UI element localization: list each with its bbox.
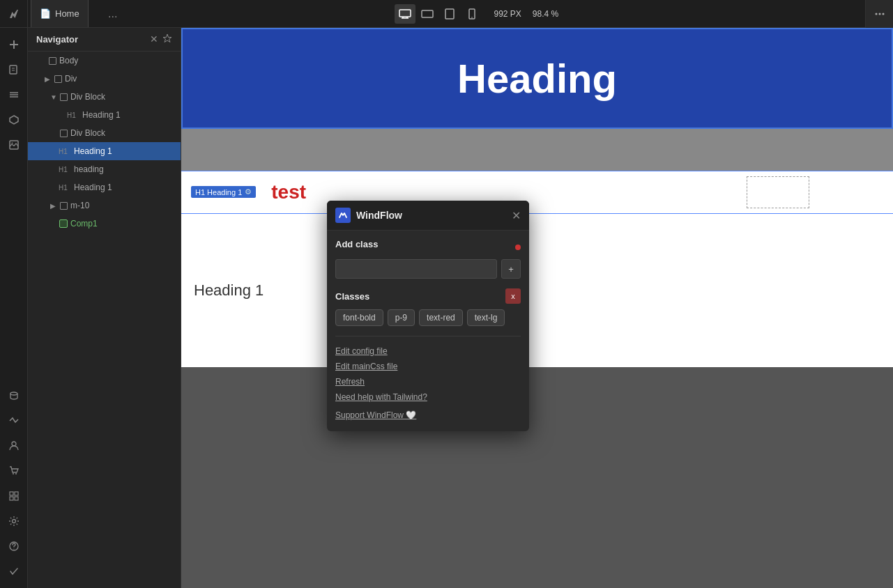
- add-class-label: Add class: [335, 239, 378, 249]
- svg-point-9: [878, 13, 880, 15]
- classes-header: Classes x: [335, 288, 521, 304]
- h1-settings-gear-icon[interactable]: ⚙: [245, 187, 252, 196]
- heading1-normal-text: Heading 1: [194, 281, 264, 300]
- tree-item-div[interactable]: ▶ Div: [28, 70, 181, 88]
- canvas-zoom-label: 98.4 %: [533, 9, 558, 19]
- mobile-view-button[interactable]: [461, 4, 482, 24]
- support-windflow-link[interactable]: Support WindFlow 🤍: [335, 408, 521, 423]
- ecommerce-icon[interactable]: [3, 460, 25, 482]
- interactions-icon[interactable]: [3, 410, 25, 432]
- assets-icon[interactable]: [3, 134, 25, 156]
- add-class-button[interactable]: +: [501, 259, 521, 279]
- svg-rect-4: [422, 10, 433, 17]
- clear-classes-button[interactable]: x: [505, 288, 521, 304]
- topbar: 📄 Home ... 992 PX 98.4 %: [0, 0, 893, 28]
- tree-item-heading-1-sub[interactable]: H1 Heading 1: [28, 106, 181, 124]
- windflow-logo: [335, 208, 351, 223]
- windflow-dialog: WindFlow ✕ Add class + Classes x f: [327, 201, 529, 431]
- windflow-header-left: WindFlow: [335, 208, 402, 223]
- tree-item-div-block-2[interactable]: Div Block: [28, 124, 181, 142]
- class-tag-p9[interactable]: p-9: [388, 309, 415, 326]
- svg-rect-13: [10, 65, 17, 74]
- windflow-divider: [335, 336, 521, 336]
- svg-rect-29: [15, 497, 18, 500]
- tree-item-heading-1-selected[interactable]: H1 Heading 1: [28, 142, 181, 160]
- canvas-white-section: Heading 1: [181, 214, 893, 367]
- windflow-title: WindFlow: [356, 210, 402, 221]
- app-grid-icon[interactable]: [3, 485, 25, 507]
- edit-config-link[interactable]: Edit config file: [335, 343, 521, 359]
- more-options-icon[interactable]: ...: [108, 8, 117, 20]
- canvas-selection-area: H1 Heading 1 ⚙ test: [181, 171, 893, 214]
- icon-bar: [0, 28, 28, 588]
- svg-point-8: [875, 13, 877, 15]
- svg-point-23: [12, 442, 16, 446]
- icon-bar-bottom: [3, 385, 25, 588]
- doc-icon: 📄: [40, 8, 51, 19]
- user-icon[interactable]: [3, 435, 25, 457]
- selection-top-line: [181, 171, 893, 171]
- tablet-landscape-view-button[interactable]: [417, 4, 438, 24]
- pages-icon[interactable]: [3, 59, 25, 81]
- refresh-link[interactable]: Refresh: [335, 374, 521, 389]
- navigator-panel: Navigator ✕ Body ▶ Div ▼ Div Block: [28, 28, 181, 588]
- desktop-view-button[interactable]: [395, 4, 415, 24]
- svg-rect-28: [10, 497, 13, 500]
- tree-item-comp1[interactable]: Comp1: [28, 215, 181, 233]
- tailwind-help-link[interactable]: Need help with Tailwind?: [335, 389, 521, 405]
- tree-item-heading-1b[interactable]: H1 Heading 1: [28, 178, 181, 196]
- class-tag-font-bold[interactable]: font-bold: [335, 309, 383, 326]
- tree-item-m10[interactable]: ▶ m-10: [28, 196, 181, 215]
- svg-point-22: [10, 392, 17, 395]
- svg-rect-0: [399, 10, 411, 17]
- svg-rect-26: [10, 492, 13, 495]
- windflow-header: WindFlow ✕: [327, 201, 529, 231]
- tree-item-body[interactable]: Body: [28, 52, 181, 70]
- edit-maincss-link[interactable]: Edit mainCss file: [335, 359, 521, 374]
- tablet-view-button[interactable]: [439, 4, 460, 24]
- canvas-size-label: 992 PX: [494, 9, 521, 19]
- class-tag-text-lg[interactable]: text-lg: [467, 309, 505, 326]
- svg-point-32: [13, 548, 14, 549]
- canvas-heading-text: Heading: [457, 55, 617, 102]
- navigator-icons: ✕: [150, 33, 172, 45]
- class-tag-text-red[interactable]: text-red: [419, 309, 463, 326]
- heading1-selected-row: H1 Heading 1 ⚙ test: [181, 171, 893, 214]
- cms-icon[interactable]: [3, 385, 25, 407]
- svg-point-7: [472, 17, 473, 18]
- canvas-heading-section: Heading: [181, 28, 893, 129]
- layers-icon[interactable]: [3, 84, 25, 106]
- navigator-pin-button[interactable]: [162, 33, 172, 45]
- canvas-area: Heading H1 Heading 1 ⚙ test Heading 1: [181, 28, 893, 588]
- h1-badge-text: H1 Heading 1: [195, 188, 242, 196]
- h1-label-badge: H1 Heading 1 ⚙: [191, 186, 256, 198]
- dashed-placeholder-box: [747, 176, 809, 208]
- checkmark-icon[interactable]: [3, 560, 25, 582]
- windflow-close-button[interactable]: ✕: [512, 209, 521, 222]
- navigator-close-button[interactable]: ✕: [150, 33, 158, 45]
- classes-label: Classes: [335, 291, 369, 302]
- add-class-input[interactable]: [335, 259, 497, 279]
- navigator-title: Navigator: [36, 34, 78, 45]
- help-icon[interactable]: [3, 535, 25, 557]
- windflow-body: Add class + Classes x font-bold p-9 text…: [327, 231, 529, 431]
- svg-rect-27: [15, 492, 18, 495]
- topbar-center: ... 992 PX 98.4 %: [89, 4, 865, 24]
- svg-marker-19: [10, 116, 18, 124]
- main-layout: Navigator ✕ Body ▶ Div ▼ Div Block: [0, 28, 893, 588]
- add-class-row: +: [335, 259, 521, 279]
- tree-item-div-block-1[interactable]: ▼ Div Block: [28, 88, 181, 106]
- tree-item-heading[interactable]: H1 heading: [28, 160, 181, 178]
- webflow-logo[interactable]: [0, 0, 28, 28]
- svg-point-21: [11, 143, 13, 144]
- settings-bottom-icon[interactable]: [3, 510, 25, 532]
- test-text: test: [271, 181, 306, 203]
- home-label: Home: [55, 8, 79, 19]
- svg-point-24: [13, 473, 14, 474]
- topbar-right-button[interactable]: [865, 0, 893, 28]
- add-panel-button[interactable]: [3, 33, 25, 56]
- class-tags-container: font-bold p-9 text-red text-lg: [335, 309, 521, 326]
- svg-point-10: [882, 13, 884, 15]
- components-icon[interactable]: [3, 109, 25, 131]
- home-button[interactable]: 📄 Home: [31, 0, 89, 27]
